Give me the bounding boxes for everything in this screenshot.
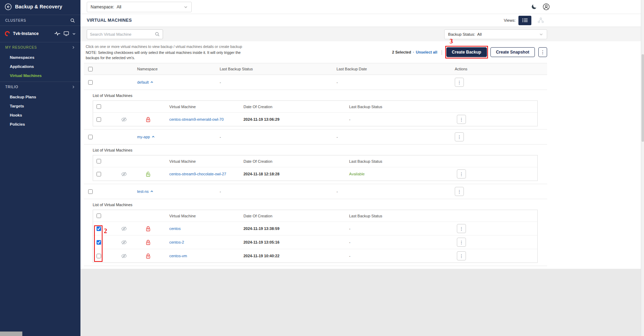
instance-name: Tvk-Instance	[13, 31, 38, 36]
vm-row: Tcentos-vm2024-11-19 10:40:22-⋮	[93, 249, 537, 262]
vm-name-link[interactable]: centos	[169, 226, 181, 231]
dark-mode-icon[interactable]	[531, 4, 537, 10]
group-actions-button[interactable]: ⋮	[455, 132, 464, 141]
cluster-search-icon[interactable]	[70, 18, 75, 23]
selected-count: 2 Selected	[392, 50, 411, 54]
sidebar-item-virtual-machines[interactable]: Virtual Machines	[0, 71, 80, 80]
vm-name-link[interactable]: centos-2	[169, 240, 184, 244]
search-icon[interactable]	[155, 31, 160, 37]
vm-date-of-creation: 2024-11-19 13:06:29	[240, 117, 346, 121]
vm-checkbox[interactable]	[97, 240, 101, 245]
create-snapshot-button[interactable]: Create Snapshot	[490, 47, 535, 57]
clusters-label: CLUSTERS	[5, 19, 26, 22]
namespace-link[interactable]: my-app	[137, 135, 150, 139]
vm-last-backup-status: Available	[346, 172, 453, 176]
vm-actions-button[interactable]: ⋮	[457, 169, 466, 178]
col-header-namespace: Namespace	[133, 67, 215, 71]
vertical-scrollbar	[641, 0, 644, 336]
collapse-chevron-icon[interactable]	[150, 190, 154, 193]
sidebar-item-namespaces[interactable]: Namespaces	[0, 53, 80, 62]
sub-header-last-backup-status: Last Backup Status	[346, 105, 453, 109]
sidebar-item-applications[interactable]: Applications	[0, 62, 80, 71]
list-view-button[interactable]	[518, 16, 531, 25]
unselect-all-link[interactable]: Unselect all	[416, 50, 437, 54]
views-label: Views:	[504, 18, 516, 22]
vm-actions-button[interactable]: ⋮	[457, 238, 466, 247]
vm-checkbox[interactable]	[97, 254, 101, 258]
user-icon[interactable]	[543, 3, 550, 10]
my-resources-items: Namespaces Applications Virtual Machines	[0, 52, 80, 82]
sidebar-item-backup-plans[interactable]: Backup Plans	[0, 92, 80, 102]
collapse-chevron-icon[interactable]	[151, 135, 155, 139]
chevron-right-icon	[71, 85, 75, 89]
sub-header-date-of-creation: Date Of Creation	[240, 159, 346, 163]
topology-view-button[interactable]	[534, 16, 547, 25]
svg-text:T: T	[148, 256, 149, 258]
views-toggle: Views:	[504, 16, 547, 25]
vm-last-backup-status: -	[346, 254, 453, 258]
scrollbar-thumb[interactable]	[642, 54, 644, 142]
vm-checkbox[interactable]	[97, 117, 101, 122]
sidebar-item-hooks[interactable]: Hooks	[0, 111, 80, 120]
toolbar-kebab-button[interactable]: ⋮	[538, 47, 547, 57]
sidebar-section-my-resources[interactable]: MY RESOURCES	[0, 42, 80, 52]
sidebar-header: Backup & Recovery	[0, 0, 80, 13]
sub-select-all-checkbox[interactable]	[97, 104, 101, 109]
vm-date-of-creation: 2024-11-19 13:38:59	[240, 226, 346, 231]
activity-icon[interactable]	[55, 31, 61, 36]
group-last-backup-status: -	[215, 80, 332, 84]
namespace-checkbox[interactable]	[88, 135, 93, 139]
vm-actions-button[interactable]: ⋮	[457, 115, 466, 124]
vm-date-of-creation: 2024-11-19 10:40:22	[240, 254, 346, 258]
namespace-link[interactable]: test-ns	[137, 189, 149, 194]
back-icon[interactable]	[5, 3, 12, 10]
console-icon[interactable]	[64, 31, 69, 36]
sidebar-item-policies[interactable]: Policies	[0, 120, 80, 129]
namespace-link[interactable]: default	[137, 80, 149, 84]
lock-closed-icon: T	[146, 239, 151, 245]
sidebar-item-targets[interactable]: Targets	[0, 102, 80, 111]
group-actions-button[interactable]: ⋮	[455, 78, 464, 87]
select-all-checkbox[interactable]	[88, 67, 93, 71]
namespace-row: test-ns--⋮	[84, 184, 547, 199]
vm-sub-section: List of Virtual MachinesVirtual MachineD…	[84, 199, 547, 266]
vm-sub-section: List of Virtual MachinesVirtual MachineD…	[84, 145, 547, 184]
vm-sub-section: List of Virtual MachinesVirtual MachineD…	[84, 90, 547, 130]
sub-header-last-backup-status: Last Backup Status	[346, 159, 453, 163]
vm-name-link[interactable]: centos-stream9-chocolate-owl-27	[169, 172, 226, 176]
namespace-checkbox[interactable]	[88, 189, 93, 194]
vm-checkbox[interactable]	[97, 226, 101, 231]
vm-actions-button[interactable]: ⋮	[457, 224, 466, 233]
group-actions-button[interactable]: ⋮	[455, 187, 464, 196]
chevron-down-icon	[539, 32, 543, 36]
col-header-last-backup-date: Last Backup Date	[332, 67, 451, 71]
namespace-checkbox[interactable]	[88, 80, 93, 85]
search-input[interactable]	[90, 32, 155, 36]
create-backup-button[interactable]: Create Backup	[446, 47, 487, 57]
selection-actions: 2 Selected · Unselect all | 3 Create Bac…	[392, 44, 547, 57]
visibility-off-icon	[121, 117, 127, 122]
sub-select-all-checkbox[interactable]	[97, 214, 101, 218]
sub-table-header-row: Virtual MachineDate Of CreationLast Back…	[93, 155, 537, 167]
sub-select-all-checkbox[interactable]	[97, 159, 101, 163]
visibility-off-icon	[121, 253, 127, 259]
sidebar-section-trilio[interactable]: TRILIO	[0, 82, 80, 92]
group-last-backup-status: -	[215, 189, 332, 194]
chevron-down-icon[interactable]	[72, 32, 76, 36]
vm-actions-button[interactable]: ⋮	[457, 251, 466, 260]
namespace-dropdown[interactable]: Namespace: All	[87, 2, 192, 12]
vm-checkbox[interactable]	[97, 172, 101, 176]
collapse-chevron-icon[interactable]	[150, 80, 154, 84]
main-area: Namespace: All	[80, 0, 644, 336]
sidebar-item-instance[interactable]: Tvk-Instance	[0, 27, 80, 40]
backup-status-dropdown[interactable]: Backup Status: All	[444, 29, 547, 39]
visibility-off-icon	[121, 226, 127, 232]
lock-closed-icon: T	[146, 226, 151, 232]
lock-open-icon: T	[146, 171, 151, 177]
backup-status-value: All	[477, 32, 482, 36]
vm-name-link[interactable]: centos-vm	[169, 254, 187, 258]
sub-table-header-row: Virtual MachineDate Of CreationLast Back…	[93, 101, 537, 112]
vm-sub-table: Virtual MachineDate Of CreationLast Back…	[93, 100, 538, 126]
col-header-last-backup-status: Last Backup Status	[215, 67, 332, 71]
vm-name-link[interactable]: centos-stream9-emerald-owl-70	[169, 117, 224, 121]
